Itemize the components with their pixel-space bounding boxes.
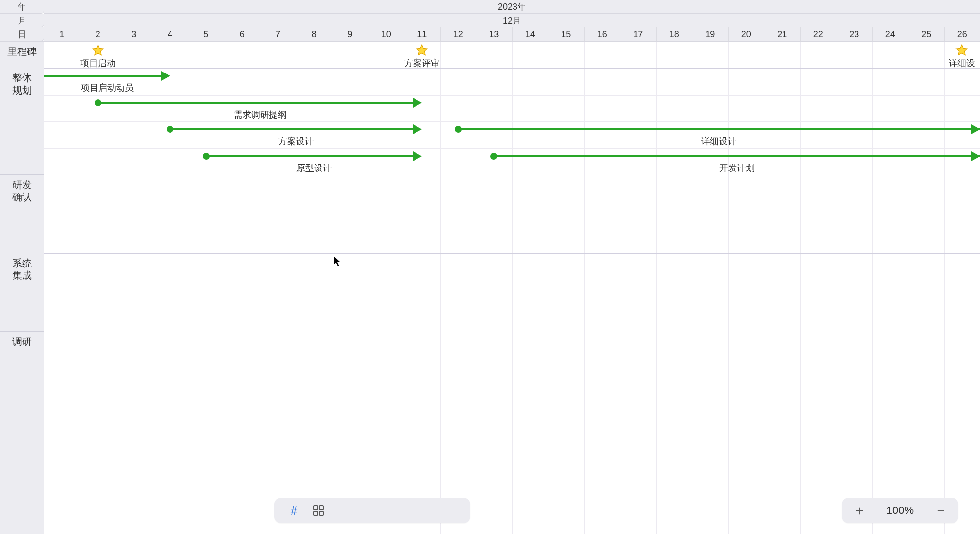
task-arrowhead-icon — [413, 124, 422, 134]
section-divider — [44, 253, 980, 254]
view-toolbar: # — [274, 498, 470, 523]
task-label: 方案设计 — [170, 135, 422, 147]
gantt-grid[interactable]: 项目启动 方案评审 详细设项目启动动员需求调研提纲方案设计详细设计原型设计开发计… — [44, 42, 980, 534]
section-label[interactable]: 里程碑 — [0, 42, 44, 68]
day-header-cell[interactable]: 18 — [656, 27, 692, 41]
zoom-out-button[interactable]: － — [934, 504, 948, 517]
header-row-days: 日 12345678910111213141516171819202122232… — [0, 27, 980, 41]
header-year-value: 2023年 — [44, 0, 980, 14]
star-icon — [91, 44, 105, 57]
day-header-cell[interactable]: 17 — [620, 27, 656, 41]
header-row-month: 月 12月 — [0, 14, 980, 27]
star-icon — [955, 44, 969, 57]
milestone-label: 详细设 — [949, 57, 975, 69]
svg-rect-2 — [314, 511, 318, 515]
task-line — [494, 155, 980, 157]
task-arrowhead-icon — [413, 98, 422, 108]
section-divider — [44, 175, 980, 175]
task-start-dot — [490, 153, 497, 160]
gantt-sidebar: 里程碑整体 规划研发 确认系统 集成调研 — [0, 42, 44, 534]
hash-icon: # — [291, 504, 297, 517]
task-label: 项目启动动员 — [44, 82, 170, 94]
section-label[interactable]: 整体 规划 — [0, 68, 44, 175]
task-start-dot — [167, 126, 173, 133]
task-label: 开发计划 — [494, 162, 980, 174]
grid-view-button[interactable] — [313, 505, 324, 516]
day-header-cell[interactable]: 6 — [224, 27, 260, 41]
day-header-cell[interactable]: 16 — [584, 27, 620, 41]
header-year-label: 年 — [0, 0, 44, 14]
day-header-cell[interactable]: 7 — [260, 27, 296, 41]
task-label: 需求调研提纲 — [98, 109, 422, 121]
task-line — [98, 102, 419, 104]
lane-divider — [44, 148, 980, 149]
task-start-dot — [203, 153, 210, 160]
day-header-cell[interactable]: 4 — [152, 27, 188, 41]
gantt-body: 里程碑整体 规划研发 确认系统 集成调研 项目启动 方案评审 详细设项目启动动员… — [0, 42, 980, 534]
milestone[interactable]: 方案评审 — [404, 44, 440, 69]
day-header-cell[interactable]: 19 — [692, 27, 728, 41]
header-row-year: 年 2023年 — [0, 0, 980, 14]
zoom-toolbar: ＋ 100% － — [842, 498, 958, 523]
milestone[interactable]: 详细设 — [949, 44, 975, 69]
day-header-cell[interactable]: 25 — [908, 27, 944, 41]
day-header-cell[interactable]: 14 — [512, 27, 548, 41]
plus-icon: ＋ — [853, 503, 866, 518]
day-header-cell[interactable]: 21 — [764, 27, 800, 41]
svg-rect-1 — [319, 506, 323, 510]
day-header-cell[interactable]: 22 — [800, 27, 836, 41]
star-icon — [415, 44, 429, 57]
svg-rect-3 — [319, 511, 323, 515]
lane-divider — [44, 121, 980, 122]
task-line — [206, 155, 419, 157]
day-header-cell[interactable]: 15 — [548, 27, 584, 41]
section-label[interactable]: 系统 集成 — [0, 253, 44, 332]
zoom-in-button[interactable]: ＋ — [853, 504, 866, 517]
task-label: 详细设计 — [458, 135, 980, 147]
task-arrowhead-icon — [413, 151, 422, 161]
task-line — [44, 75, 167, 77]
task-start-dot — [95, 99, 101, 106]
milestone[interactable]: 项目启动 — [80, 44, 116, 69]
day-header-cell[interactable]: 12 — [440, 27, 476, 41]
day-header-cell[interactable]: 20 — [728, 27, 764, 41]
svg-rect-0 — [314, 506, 318, 510]
milestone-label: 方案评审 — [404, 57, 440, 69]
grid4-icon — [313, 505, 324, 516]
task-line — [458, 128, 980, 130]
milestone-label: 项目启动 — [80, 57, 116, 69]
day-header-cell[interactable]: 2 — [80, 27, 116, 41]
minus-icon: － — [934, 503, 948, 518]
day-header-cell[interactable]: 8 — [296, 27, 332, 41]
zoom-level: 100% — [883, 504, 917, 517]
task-start-dot — [455, 126, 462, 133]
day-header-cell[interactable]: 11 — [404, 27, 440, 41]
section-divider — [44, 332, 980, 332]
day-header-cell[interactable]: 1 — [44, 27, 80, 41]
task-arrowhead-icon — [971, 151, 980, 161]
day-header-cell[interactable]: 26 — [944, 27, 980, 41]
task-label: 原型设计 — [206, 162, 422, 174]
task-arrowhead-icon — [161, 71, 170, 81]
day-header-cell[interactable]: 13 — [476, 27, 512, 41]
header-month-label: 月 — [0, 14, 44, 27]
hash-view-button[interactable]: # — [288, 505, 300, 516]
lane-divider — [44, 95, 980, 96]
task-arrowhead-icon — [971, 124, 980, 134]
section-label[interactable]: 研发 确认 — [0, 175, 44, 253]
section-divider — [44, 68, 980, 69]
section-label[interactable]: 调研 — [0, 332, 44, 534]
day-header-cell[interactable]: 24 — [872, 27, 908, 41]
day-header-cell[interactable]: 3 — [116, 27, 152, 41]
day-header-cell[interactable]: 9 — [332, 27, 368, 41]
day-header-cell[interactable]: 23 — [836, 27, 872, 41]
timeline-header: 年 2023年 月 12月 日 123456789101112131415161… — [0, 0, 980, 42]
header-month-value: 12月 — [44, 14, 980, 27]
day-columns: 1234567891011121314151617181920212223242… — [44, 27, 980, 41]
day-header-cell[interactable]: 5 — [188, 27, 224, 41]
day-header-cell[interactable]: 10 — [368, 27, 404, 41]
header-day-label: 日 — [0, 27, 44, 41]
task-line — [170, 128, 419, 130]
